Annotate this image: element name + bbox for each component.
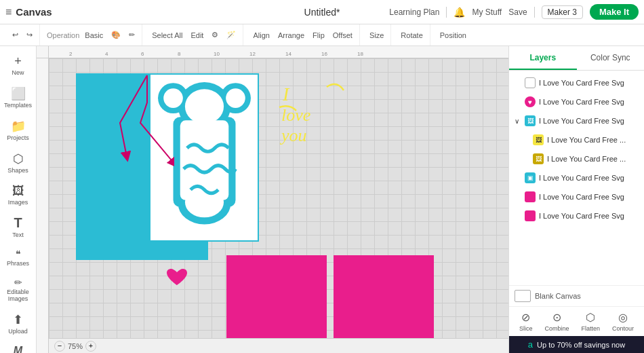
- slice-button[interactable]: ⊘ Slice: [519, 311, 533, 332]
- promo-text: Up to 70% off savings now: [537, 341, 625, 349]
- top-bar-left: ≡ Canvas: [5, 6, 52, 18]
- layer-item[interactable]: 🖼 I Love You Card Free ...: [509, 130, 644, 149]
- zoom-control: − 75% +: [54, 341, 96, 352]
- offset-button[interactable]: Offset: [330, 30, 355, 41]
- contour-button[interactable]: ◎ Contour: [612, 311, 634, 332]
- undo-redo-group: ↩ ↪: [5, 24, 40, 45]
- edit-icon-button[interactable]: ⚙: [209, 29, 221, 41]
- slice-label: Slice: [519, 325, 533, 332]
- layer-name: I Love You Card Free Svg: [539, 79, 639, 87]
- rotate-button[interactable]: Rotate: [398, 30, 425, 41]
- panel-actions: ⊘ Slice ⊙ Combine ⬡ Flatten ◎ Contour: [509, 306, 644, 336]
- layer-name: I Love You Card Free Svg: [539, 174, 639, 182]
- right-panel: Layers Color Sync I Love You Card Free S…: [508, 46, 644, 353]
- zoom-out-button[interactable]: −: [54, 341, 65, 352]
- machine-selector[interactable]: Maker 3: [542, 5, 583, 19]
- arrange-button[interactable]: Arrange: [275, 30, 307, 41]
- contour-label: Contour: [612, 325, 634, 332]
- sidebar-item-images[interactable]: 🖼 Images: [3, 180, 34, 210]
- divider: [534, 7, 535, 18]
- monogram-icon: M: [14, 345, 22, 353]
- layer-item[interactable]: ∨ 🖼 I Love You Card Free Svg: [509, 111, 644, 130]
- position-button[interactable]: Position: [437, 30, 469, 41]
- blank-canvas-section: Blank Canvas: [509, 285, 644, 306]
- mystuff-link[interactable]: My Stuff: [472, 7, 502, 17]
- combine-label: Combine: [544, 325, 569, 332]
- select-all-button[interactable]: Select All: [149, 30, 185, 41]
- learning-plan-link[interactable]: Learning Plan: [389, 7, 439, 17]
- combine-button[interactable]: ⊙ Combine: [544, 311, 569, 332]
- sidebar-item-new[interactable]: + New: [3, 50, 34, 81]
- sidebar-item-projects[interactable]: 📁 Projects: [3, 115, 34, 146]
- align-button[interactable]: Align: [250, 30, 272, 41]
- flatten-button[interactable]: ⬡ Flatten: [581, 311, 600, 332]
- shapes-icon: ⬡: [13, 151, 24, 166]
- upload-icon: ⬆: [13, 312, 23, 327]
- phrases-icon: ❝: [16, 248, 21, 259]
- layer-item[interactable]: I Love You Card Free Svg: [509, 73, 644, 92]
- size-group: Size: [363, 24, 391, 45]
- layer-heart-icon: ♥: [525, 96, 536, 107]
- position-group: Position: [433, 24, 473, 45]
- doc-title[interactable]: Untitled*: [304, 7, 340, 18]
- rotate-group: Rotate: [394, 24, 430, 45]
- layer-item[interactable]: ▣ I Love You Card Free Svg: [509, 168, 644, 187]
- pink-rect-left[interactable]: [226, 255, 327, 338]
- layer-name: I Love You Card Free ...: [547, 136, 639, 144]
- layer-item[interactable]: 🖼 I Love You Card Free ...: [509, 149, 644, 168]
- layer-item[interactable]: I Love You Card Free Svg: [509, 187, 644, 206]
- layer-name: I Love You Card Free Svg: [539, 117, 639, 125]
- color-button[interactable]: 🎨: [108, 29, 123, 41]
- layer-color-icon: [525, 191, 536, 202]
- sidebar-projects-label: Projects: [7, 135, 29, 142]
- divider: [446, 7, 447, 18]
- promo-bar[interactable]: a Up to 70% off savings now: [509, 336, 644, 353]
- basic-button[interactable]: Basic: [82, 30, 106, 41]
- undo-button[interactable]: ↩: [9, 29, 21, 41]
- canvas-area[interactable]: 2 4 6 8 10 12 14 16 18: [37, 46, 508, 353]
- sidebar-item-shapes[interactable]: ⬡ Shapes: [3, 147, 34, 179]
- tab-layers[interactable]: Layers: [509, 46, 577, 70]
- sidebar-item-upload[interactable]: ⬆ Upload: [3, 308, 34, 339]
- sidebar-item-phrases[interactable]: ❝ Phrases: [3, 244, 34, 272]
- new-icon: +: [14, 54, 22, 69]
- flip-button[interactable]: Flip: [310, 30, 327, 41]
- blue-svg-shape[interactable]: [152, 79, 257, 238]
- hamburger-icon[interactable]: ≡: [5, 6, 12, 18]
- yellow-text-art[interactable]: I love you: [276, 73, 354, 162]
- images-icon: 🖼: [12, 184, 24, 198]
- pen-button[interactable]: ✏: [126, 29, 138, 41]
- top-bar-right: Learning Plan 🔔 My Stuff Save Maker 3 Ma…: [389, 4, 639, 20]
- ruler-corner: [37, 46, 49, 58]
- canvas-content[interactable]: I love you: [49, 58, 508, 338]
- pink-rect-right[interactable]: [334, 255, 434, 338]
- toolbar: ↩ ↪ Operation Basic 🎨 ✏ Select All Edit …: [0, 24, 644, 46]
- layers-list: I Love You Card Free Svg ♥ I Love You Ca…: [509, 71, 644, 285]
- sidebar-item-editable-images[interactable]: ✏ Editable Images: [3, 273, 34, 307]
- tab-color-sync[interactable]: Color Sync: [577, 46, 645, 70]
- notification-icon[interactable]: 🔔: [454, 7, 465, 18]
- sidebar-item-text[interactable]: T Text: [3, 211, 34, 243]
- blank-canvas-icon: [515, 290, 531, 302]
- redo-button[interactable]: ↪: [24, 29, 35, 41]
- align-group: Align Arrange Flip Offset: [246, 24, 360, 45]
- layer-item[interactable]: ♥ I Love You Card Free Svg: [509, 92, 644, 111]
- zoom-in-button[interactable]: +: [85, 341, 96, 352]
- layer-item[interactable]: I Love You Card Free Svg: [509, 206, 644, 225]
- flatten-label: Flatten: [581, 325, 600, 332]
- sidebar-item-templates[interactable]: ⬜ Templates: [3, 82, 34, 113]
- size-button[interactable]: Size: [367, 30, 386, 41]
- templates-icon: ⬜: [11, 86, 26, 101]
- wand-button[interactable]: 🪄: [224, 29, 239, 41]
- layer-color-icon: 🖼: [533, 134, 544, 145]
- pink-heart[interactable]: [165, 267, 188, 288]
- layer-color-icon: [525, 77, 536, 88]
- layer-expand: ∨: [515, 117, 521, 125]
- save-button[interactable]: Save: [508, 7, 527, 17]
- svg-text:love: love: [281, 105, 310, 125]
- edit-button[interactable]: Edit: [188, 30, 206, 41]
- canvas-scrollbar: − 75% +: [49, 338, 508, 353]
- makeit-button[interactable]: Make It: [590, 4, 639, 20]
- sidebar-item-monogram[interactable]: M Monogram: [3, 341, 34, 353]
- ruler-top: 2 4 6 8 10 12 14 16 18: [49, 46, 508, 58]
